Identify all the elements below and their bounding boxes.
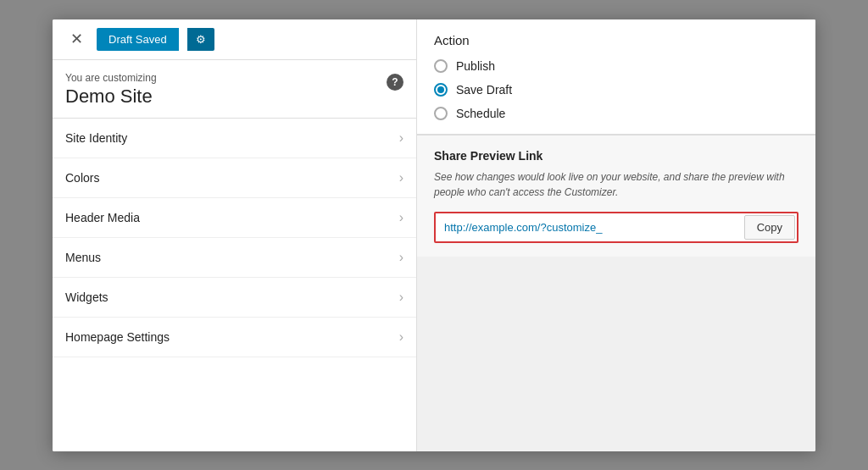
share-url-input[interactable] [437, 216, 744, 239]
nav-item-label: Site Identity [65, 131, 127, 145]
chevron-right-icon: › [399, 290, 403, 305]
gear-button[interactable]: ⚙ [187, 28, 214, 51]
left-header: ✕ Draft Saved ⚙ [53, 19, 416, 60]
copy-button[interactable]: Copy [744, 215, 795, 240]
nav-item-site-identity[interactable]: Site Identity › [53, 119, 416, 158]
nav-item-menus[interactable]: Menus › [53, 238, 416, 278]
chevron-right-icon: › [399, 210, 403, 225]
share-title: Share Preview Link [434, 149, 798, 163]
publish-radio[interactable] [434, 59, 448, 73]
nav-item-label: Homepage Settings [65, 330, 170, 344]
close-button[interactable]: ✕ [65, 30, 88, 48]
share-link-row: Copy [434, 212, 798, 243]
share-description: See how changes would look live on your … [434, 169, 798, 200]
save-draft-radio[interactable] [434, 83, 448, 97]
publish-label: Publish [456, 59, 495, 73]
schedule-radio[interactable] [434, 107, 448, 120]
schedule-option[interactable]: Schedule [434, 107, 798, 120]
nav-item-homepage-settings[interactable]: Homepage Settings › [53, 318, 416, 357]
site-name: Demo Site [65, 86, 157, 108]
nav-item-header-media[interactable]: Header Media › [53, 198, 416, 238]
nav-list: Site Identity › Colors › Header Media › … [53, 119, 416, 357]
save-draft-label: Save Draft [456, 83, 512, 97]
save-draft-option[interactable]: Save Draft [434, 83, 798, 97]
customizing-section: You are customizing Demo Site ? [53, 60, 416, 119]
right-panel: Action Publish Save Draft Schedule Share… [417, 19, 815, 451]
nav-item-label: Header Media [65, 211, 140, 224]
nav-item-label: Widgets [65, 290, 108, 304]
chevron-right-icon: › [399, 130, 403, 146]
chevron-right-icon: › [399, 329, 403, 345]
customizing-label: You are customizing [65, 72, 157, 84]
action-title: Action [434, 33, 798, 47]
nav-item-widgets[interactable]: Widgets › [53, 278, 416, 318]
help-icon[interactable]: ? [387, 74, 403, 91]
chevron-right-icon: › [399, 250, 403, 265]
nav-item-label: Menus [65, 251, 101, 264]
nav-item-label: Colors [65, 171, 99, 185]
publish-option[interactable]: Publish [434, 59, 798, 73]
schedule-label: Schedule [456, 107, 505, 120]
draft-saved-button[interactable]: Draft Saved [97, 28, 179, 51]
nav-item-colors[interactable]: Colors › [53, 158, 416, 198]
share-section: Share Preview Link See how changes would… [417, 135, 815, 257]
action-section: Action Publish Save Draft Schedule [417, 19, 815, 135]
left-panel: ✕ Draft Saved ⚙ You are customizing Demo… [53, 19, 417, 451]
chevron-right-icon: › [399, 170, 403, 185]
